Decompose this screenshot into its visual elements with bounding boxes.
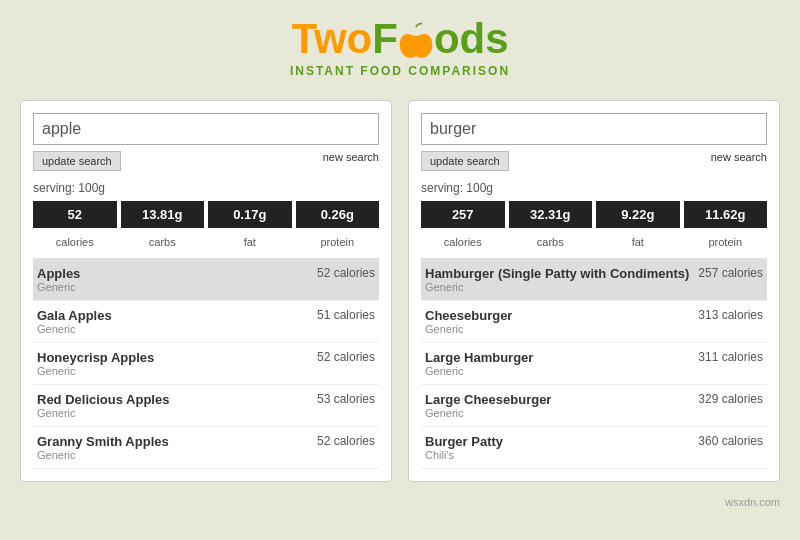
food-item-info: Large Hamburger Generic (425, 350, 690, 377)
food-item-name: Cheeseburger (425, 308, 690, 323)
left-search-actions: update search new search (33, 151, 379, 171)
right-protein-label: protein (684, 236, 768, 248)
left-protein-box: 0.26g (296, 201, 380, 228)
list-item[interactable]: Cheeseburger Generic 313 calories (421, 301, 767, 343)
left-update-button[interactable]: update search (33, 151, 121, 171)
food-item-info: Large Cheeseburger Generic (425, 392, 690, 419)
food-item-calories: 329 calories (690, 392, 763, 406)
food-item-source: Generic (37, 449, 309, 461)
food-item-name: Hamburger (Single Patty with Condiments) (425, 266, 690, 281)
food-item-source: Generic (37, 323, 309, 335)
food-item-source: Generic (425, 281, 690, 293)
tagline: INSTANT FOOD COMPARISON (0, 64, 800, 78)
food-item-calories: 52 calories (309, 434, 375, 448)
food-item-source: Generic (37, 281, 309, 293)
right-protein-box: 11.62g (684, 201, 768, 228)
left-fat-box: 0.17g (208, 201, 292, 228)
list-item[interactable]: Large Hamburger Generic 311 calories (421, 343, 767, 385)
food-item-info: Honeycrisp Apples Generic (37, 350, 309, 377)
panels-container: update search new search serving: 100g 5… (0, 88, 800, 494)
food-item-info: Red Delicious Apples Generic (37, 392, 309, 419)
food-item-name: Apples (37, 266, 309, 281)
food-item-source: Generic (425, 323, 690, 335)
food-item-calories: 360 calories (690, 434, 763, 448)
left-nutrition-labels: calories carbs fat protein (33, 236, 379, 248)
food-item-calories: 313 calories (690, 308, 763, 322)
food-item-name: Large Cheeseburger (425, 392, 690, 407)
list-item[interactable]: Granny Smith Apples Generic 52 calories (33, 427, 379, 469)
list-item[interactable]: Gala Apples Generic 51 calories (33, 301, 379, 343)
right-fat-label: fat (596, 236, 680, 248)
list-item[interactable]: Burger Patty Chili's 360 calories (421, 427, 767, 469)
food-item-info: Cheeseburger Generic (425, 308, 690, 335)
right-nutrition-row: 257 32.31g 9.22g 11.62g (421, 201, 767, 228)
left-nutrition-row: 52 13.81g 0.17g 0.26g (33, 201, 379, 228)
logo-foods-f: F (372, 15, 398, 62)
left-protein-label: protein (296, 236, 380, 248)
app-header: TwoF ods INSTANT FOOD COMPARISON (0, 0, 800, 88)
left-calories-box: 52 (33, 201, 117, 228)
left-carbs-label: carbs (121, 236, 205, 248)
logo-foods-ods: ods (434, 15, 509, 62)
food-item-source: Generic (425, 365, 690, 377)
food-item-calories: 311 calories (690, 350, 763, 364)
food-item-name: Red Delicious Apples (37, 392, 309, 407)
food-item-calories: 51 calories (309, 308, 375, 322)
right-update-button[interactable]: update search (421, 151, 509, 171)
right-serving-label: serving: 100g (421, 181, 767, 195)
footer: wsxdn.com (0, 494, 800, 510)
food-item-calories: 53 calories (309, 392, 375, 406)
food-item-source: Generic (37, 365, 309, 377)
right-search-actions: update search new search (421, 151, 767, 171)
right-fat-box: 9.22g (596, 201, 680, 228)
food-item-info: Burger Patty Chili's (425, 434, 690, 461)
right-search-input[interactable] (421, 113, 767, 145)
food-item-info: Hamburger (Single Patty with Condiments)… (425, 266, 690, 293)
left-search-input[interactable] (33, 113, 379, 145)
apple-icon (398, 22, 434, 58)
food-item-name: Gala Apples (37, 308, 309, 323)
food-item-name: Burger Patty (425, 434, 690, 449)
footer-domain: wsxdn.com (725, 496, 780, 508)
list-item[interactable]: Honeycrisp Apples Generic 52 calories (33, 343, 379, 385)
list-item[interactable]: Red Delicious Apples Generic 53 calories (33, 385, 379, 427)
food-item-source: Generic (37, 407, 309, 419)
left-fat-label: fat (208, 236, 292, 248)
food-item-info: Apples Generic (37, 266, 309, 293)
left-carbs-box: 13.81g (121, 201, 205, 228)
right-calories-box: 257 (421, 201, 505, 228)
left-panel: update search new search serving: 100g 5… (20, 100, 392, 482)
left-calories-label: calories (33, 236, 117, 248)
list-item[interactable]: Large Cheeseburger Generic 329 calories (421, 385, 767, 427)
food-item-source: Chili's (425, 449, 690, 461)
right-carbs-box: 32.31g (509, 201, 593, 228)
food-item-calories: 257 calories (690, 266, 763, 280)
app-logo: TwoF ods (0, 18, 800, 62)
left-new-search-link[interactable]: new search (323, 151, 379, 171)
right-food-list: Hamburger (Single Patty with Condiments)… (421, 258, 767, 469)
left-serving-label: serving: 100g (33, 181, 379, 195)
left-food-list: Apples Generic 52 calories Gala Apples G… (33, 258, 379, 469)
food-item-calories: 52 calories (309, 350, 375, 364)
food-item-calories: 52 calories (309, 266, 375, 280)
food-item-name: Granny Smith Apples (37, 434, 309, 449)
right-calories-label: calories (421, 236, 505, 248)
food-item-name: Honeycrisp Apples (37, 350, 309, 365)
right-new-search-link[interactable]: new search (711, 151, 767, 171)
food-item-info: Granny Smith Apples Generic (37, 434, 309, 461)
list-item[interactable]: Hamburger (Single Patty with Condiments)… (421, 259, 767, 301)
right-carbs-label: carbs (509, 236, 593, 248)
right-panel: update search new search serving: 100g 2… (408, 100, 780, 482)
right-nutrition-labels: calories carbs fat protein (421, 236, 767, 248)
food-item-source: Generic (425, 407, 690, 419)
food-item-info: Gala Apples Generic (37, 308, 309, 335)
list-item[interactable]: Apples Generic 52 calories (33, 259, 379, 301)
food-item-name: Large Hamburger (425, 350, 690, 365)
logo-two: Two (291, 15, 372, 62)
